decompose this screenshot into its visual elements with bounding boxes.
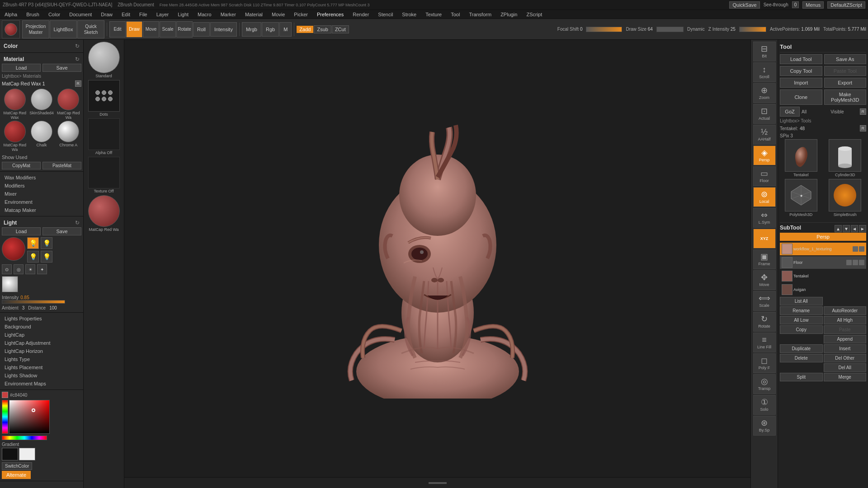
- zoom-button[interactable]: ⊕ Zoom: [753, 83, 776, 103]
- goz-r-badge[interactable]: R: [860, 108, 867, 115]
- menu-stroke[interactable]: Stroke: [400, 11, 418, 18]
- subtool-row-avigan[interactable]: Avigan: [780, 283, 866, 296]
- load-tool-button[interactable]: Load Tool: [780, 54, 822, 64]
- tool-thumb-simplebrush[interactable]: SimpleBrush: [824, 179, 867, 217]
- material-item-5[interactable]: Chrome A: [56, 121, 81, 152]
- light-bulb-4-icon[interactable]: 💡: [41, 251, 52, 263]
- menu-tool[interactable]: Tool: [449, 11, 462, 18]
- mat-panel-dots[interactable]: Dots: [86, 80, 122, 117]
- make-polymesh-button[interactable]: Make PolyMesh3D: [824, 89, 867, 105]
- subtool-lock-icon-floor[interactable]: [853, 260, 858, 265]
- menu-color[interactable]: Color: [47, 11, 62, 18]
- del-other-button[interactable]: Del Other: [824, 354, 867, 362]
- menu-preferences[interactable]: Preferences: [315, 11, 345, 18]
- menu-zscript[interactable]: ZScript: [524, 11, 544, 18]
- lights-type-item[interactable]: Lights Type: [2, 355, 81, 363]
- lights-shadow-item[interactable]: Lights Shadow: [2, 371, 81, 380]
- default-zscript-button[interactable]: DefaultZScript: [827, 1, 865, 9]
- material-save-button[interactable]: Save: [42, 64, 81, 72]
- insert-button[interactable]: Insert: [824, 344, 867, 353]
- copy-tool-button[interactable]: Copy Tool: [780, 66, 822, 76]
- material-item-4[interactable]: Chalk: [28, 121, 54, 152]
- menu-brush[interactable]: Brush: [24, 11, 41, 18]
- menu-texture[interactable]: Texture: [424, 11, 443, 18]
- menu-transform[interactable]: Transform: [467, 11, 493, 18]
- copy-subtool-button[interactable]: Copy: [780, 325, 823, 334]
- color-picker-box[interactable]: [9, 400, 50, 434]
- linefill-button[interactable]: ≡ Line Fill: [753, 333, 776, 352]
- lightcap-horizon-item[interactable]: LightCap Horizon: [2, 347, 81, 355]
- light-star-icon[interactable]: ✦: [37, 264, 47, 274]
- menu-picker[interactable]: Picker: [292, 11, 310, 18]
- material-panel-icon[interactable]: ↻: [75, 56, 80, 62]
- subtool-row-workflow[interactable]: workflow_1_texturing: [780, 243, 866, 255]
- gradient-swatch-black[interactable]: [2, 448, 18, 460]
- light-sun-icon[interactable]: ☀: [25, 264, 35, 274]
- environment-maps-item[interactable]: Environment Maps: [2, 380, 81, 388]
- scale-view-button[interactable]: ⟺ Scale: [753, 291, 776, 311]
- import-button[interactable]: Import: [780, 78, 822, 88]
- all-high-button[interactable]: All High: [824, 316, 867, 324]
- split-button[interactable]: Split: [780, 373, 823, 381]
- subtool-row-floor[interactable]: Floor: [780, 256, 866, 269]
- material-item-0[interactable]: MatCap Red Wax: [2, 89, 28, 120]
- draw-size-slider[interactable]: [656, 27, 684, 32]
- subtool-lock-icon-workflow[interactable]: [853, 246, 858, 252]
- solo-button[interactable]: ① Solo: [753, 395, 776, 415]
- subtool-eye-icon-floor[interactable]: [846, 260, 852, 265]
- viewport-drag-handle[interactable]: [429, 482, 447, 484]
- menu-light[interactable]: Light: [176, 11, 190, 18]
- modifiers-item[interactable]: Modifiers: [2, 182, 81, 190]
- subtool-row-tentakel[interactable]: Tentakel: [780, 270, 866, 282]
- switch-color-button[interactable]: SwitchColor: [2, 462, 32, 470]
- quicksave-button[interactable]: QuickSave: [729, 1, 760, 9]
- tool-thumb-cylinder[interactable]: Cylinder3D: [824, 139, 867, 177]
- delete-button[interactable]: Delete: [780, 354, 823, 362]
- light-load-button[interactable]: Load: [2, 227, 41, 235]
- lightcap-adjustment-item[interactable]: LightCap Adjustment: [2, 339, 81, 347]
- see-through-value[interactable]: 0: [792, 1, 799, 8]
- xyz-button[interactable]: XYZ: [753, 229, 776, 249]
- aahalf-button[interactable]: ½ AAHalf: [753, 125, 776, 145]
- color-hue-bar[interactable]: [2, 436, 47, 440]
- r-badge-tentakel[interactable]: R: [860, 125, 867, 131]
- material-item-1[interactable]: SkinShaded4: [28, 89, 54, 120]
- color-hue-strip[interactable]: [2, 400, 8, 434]
- paste-tool-button[interactable]: Paste Tool: [824, 66, 867, 76]
- background-item[interactable]: Background: [2, 323, 81, 331]
- subtool-eye-icon-workflow[interactable]: [846, 246, 852, 252]
- subtool-left-arrow[interactable]: ◄: [851, 225, 858, 232]
- light-save-button[interactable]: Save: [42, 227, 81, 235]
- zsub-button[interactable]: Zsub: [314, 25, 331, 33]
- tool-thumb-polymesh[interactable]: ★ PolyMesh3D: [780, 179, 822, 217]
- menu-render[interactable]: Render: [351, 11, 371, 18]
- copy-mat-button[interactable]: CopyMat: [2, 162, 41, 169]
- paste-subtool-button[interactable]: Paste: [824, 325, 867, 334]
- focal-shift-slider[interactable]: [586, 27, 622, 32]
- lightcap-item[interactable]: LightCap: [2, 331, 81, 339]
- menu-document[interactable]: Document: [67, 11, 94, 18]
- menu-stencil[interactable]: Stencil: [376, 11, 395, 18]
- light-panel-icon[interactable]: ↻: [75, 220, 80, 226]
- persp-button[interactable]: ◈ Persp: [753, 145, 776, 165]
- mrgb-button[interactable]: Mrgb: [242, 22, 261, 37]
- color-panel-refresh-icon[interactable]: ↻: [75, 43, 80, 49]
- z-intensity-slider[interactable]: [739, 27, 766, 32]
- list-all-button[interactable]: List All: [780, 297, 823, 305]
- bysp-button[interactable]: ⊛ By.Sp: [753, 416, 776, 436]
- color-swatch-red[interactable]: [2, 392, 8, 398]
- rotate-button[interactable]: Rotate: [176, 21, 193, 38]
- menu-draw[interactable]: Draw: [99, 11, 114, 18]
- light-bulb-2-icon[interactable]: 💡: [41, 237, 52, 249]
- material-item-3[interactable]: MatCap Red Wa: [2, 121, 28, 152]
- menu-macro[interactable]: Macro: [196, 11, 213, 18]
- zadd-button[interactable]: Zadd: [297, 26, 313, 33]
- paste-mat-button[interactable]: PasteMat: [42, 162, 81, 169]
- alternate-button[interactable]: Alternate: [2, 471, 31, 479]
- move-button[interactable]: Move: [143, 21, 159, 38]
- bit-button[interactable]: ⊟ Bit: [753, 42, 776, 61]
- merge-button[interactable]: Merge: [824, 373, 867, 381]
- wax-modifiers-item[interactable]: Wax Modifiers: [2, 174, 81, 182]
- scroll-button[interactable]: ↕ Scroll: [753, 62, 776, 82]
- projection-master-button[interactable]: ProjectionMaster: [22, 20, 49, 38]
